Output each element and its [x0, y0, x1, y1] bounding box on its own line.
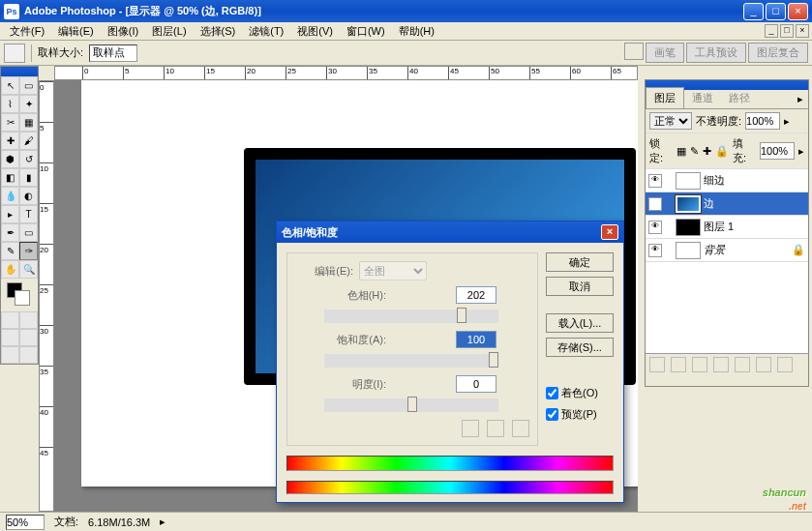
background-color[interactable] — [15, 290, 30, 306]
hue-input[interactable] — [456, 286, 496, 304]
horizontal-ruler[interactable]: 0 5 10 15 20 25 30 35 40 45 50 55 60 65 — [54, 66, 638, 80]
marquee-tool[interactable]: ▭ — [19, 76, 38, 95]
quickmask-mode-button[interactable] — [19, 311, 38, 329]
saturation-slider[interactable] — [324, 354, 498, 368]
close-button[interactable]: × — [788, 3, 808, 20]
color-swatches[interactable] — [5, 282, 34, 308]
screen-mode-3[interactable] — [1, 346, 19, 364]
vertical-ruler[interactable]: 0 5 10 15 20 25 30 35 40 45 — [39, 80, 54, 512]
menu-window[interactable]: 窗口(W) — [340, 22, 392, 41]
layer-name[interactable]: 细边 — [704, 173, 725, 188]
path-tool[interactable]: ▸ — [1, 205, 19, 223]
menu-layer[interactable]: 图层(L) — [145, 22, 193, 41]
shape-tool[interactable]: ▭ — [19, 223, 38, 242]
layer-name[interactable]: 边 — [704, 196, 714, 211]
blur-tool[interactable]: 💧 — [1, 187, 19, 205]
crop-tool[interactable]: ✂ — [1, 113, 19, 132]
palette-well-icon[interactable] — [624, 43, 644, 60]
colorize-checkbox[interactable] — [546, 387, 558, 399]
layer-mask-icon[interactable] — [692, 357, 707, 372]
pen-tool[interactable]: ✒ — [1, 223, 19, 242]
eyedropper-plus-icon[interactable] — [487, 420, 504, 437]
visibility-icon[interactable]: 👁 — [648, 221, 662, 234]
layer-style-icon[interactable] — [671, 357, 686, 372]
brush-tool[interactable]: 🖌 — [19, 132, 38, 150]
move-tool[interactable]: ↖ — [1, 76, 19, 95]
history-brush-tool[interactable]: ↺ — [19, 150, 38, 168]
menu-select[interactable]: 选择(S) — [194, 22, 243, 41]
menu-view[interactable]: 视图(V) — [290, 22, 340, 41]
screen-mode-2[interactable] — [19, 329, 38, 346]
lock-paint-icon[interactable]: ✎ — [690, 145, 699, 158]
menu-file[interactable]: 文件(F) — [3, 22, 51, 41]
visibility-icon[interactable]: 👁 — [648, 197, 662, 211]
jump-to-button[interactable] — [19, 346, 38, 364]
eyedropper-minus-icon[interactable] — [512, 420, 529, 437]
tab-paths[interactable]: 路径 — [721, 88, 758, 108]
menu-edit[interactable]: 编辑(E) — [51, 22, 101, 41]
cancel-button[interactable]: 取消 — [546, 277, 614, 296]
dodge-tool[interactable]: ◐ — [19, 187, 38, 205]
eyedropper-tool[interactable]: ✑ — [19, 242, 38, 260]
gradient-tool[interactable]: ▮ — [19, 168, 38, 187]
fill-input[interactable] — [760, 142, 795, 160]
heal-tool[interactable]: ✚ — [1, 132, 19, 150]
ok-button[interactable]: 确定 — [546, 252, 614, 272]
maximize-button[interactable]: □ — [766, 3, 786, 20]
load-button[interactable]: 载入(L)... — [546, 313, 614, 333]
doc-close-button[interactable]: × — [796, 24, 809, 38]
menu-image[interactable]: 图像(I) — [101, 22, 145, 41]
layer-item[interactable]: 👁 边 — [646, 192, 808, 216]
lightness-input[interactable] — [456, 375, 496, 393]
minimize-button[interactable]: _ — [743, 3, 764, 20]
layer-name[interactable]: 背景 — [704, 243, 725, 257]
delete-layer-icon[interactable] — [777, 357, 793, 372]
current-tool-icon[interactable] — [4, 44, 25, 63]
preview-checkbox[interactable] — [546, 408, 558, 421]
adjustment-layer-icon[interactable] — [735, 357, 750, 372]
lock-transparent-icon[interactable]: ▦ — [677, 145, 686, 158]
slice-tool[interactable]: ▦ — [19, 113, 38, 132]
lightness-slider[interactable] — [324, 398, 498, 412]
status-arrow-icon[interactable]: ▸ — [160, 516, 165, 528]
lock-move-icon[interactable]: ✚ — [703, 145, 711, 158]
hue-slider[interactable] — [324, 310, 498, 323]
layer-item[interactable]: 👁 图层 1 — [646, 216, 808, 239]
blend-mode-select[interactable]: 正常 — [649, 112, 692, 130]
visibility-icon[interactable]: 👁 — [648, 174, 662, 188]
wand-tool[interactable]: ✦ — [19, 95, 38, 113]
zoom-tool[interactable]: 🔍 — [19, 260, 38, 279]
tab-layer-comps[interactable]: 图层复合 — [748, 43, 808, 63]
menu-help[interactable]: 帮助(H) — [392, 22, 441, 41]
new-group-icon[interactable] — [713, 357, 729, 372]
opacity-input[interactable] — [745, 112, 780, 130]
sample-size-input[interactable] — [89, 44, 137, 62]
new-layer-icon[interactable] — [756, 357, 771, 372]
tab-tool-presets[interactable]: 工具预设 — [686, 43, 746, 63]
lock-all-icon[interactable]: 🔒 — [715, 145, 729, 158]
doc-minimize-button[interactable]: _ — [765, 24, 778, 38]
doc-restore-button[interactable]: □ — [780, 24, 794, 38]
opacity-arrow-icon[interactable]: ▸ — [784, 115, 790, 128]
save-button[interactable]: 存储(S)... — [546, 338, 614, 357]
eyedropper-icon[interactable] — [462, 420, 479, 437]
zoom-input[interactable] — [6, 515, 45, 530]
dialog-titlebar[interactable]: 色相/饱和度 × — [277, 221, 623, 243]
layer-thumb[interactable] — [676, 172, 701, 190]
saturation-input[interactable] — [456, 331, 496, 348]
layer-thumb[interactable] — [676, 242, 701, 259]
standard-mode-button[interactable] — [1, 311, 19, 329]
layer-item[interactable]: 👁 背景 🔒 — [646, 239, 808, 262]
lasso-tool[interactable]: ⌇ — [1, 95, 19, 113]
layer-name[interactable]: 图层 1 — [704, 220, 734, 234]
notes-tool[interactable]: ✎ — [1, 242, 19, 260]
layer-thumb[interactable] — [676, 195, 701, 213]
hand-tool[interactable]: ✋ — [1, 260, 19, 279]
eraser-tool[interactable]: ◧ — [1, 168, 19, 187]
stamp-tool[interactable]: ⬢ — [1, 150, 19, 168]
tab-channels[interactable]: 通道 — [684, 88, 721, 108]
dialog-close-button[interactable]: × — [601, 224, 618, 240]
tab-brushes[interactable]: 画笔 — [646, 43, 684, 63]
link-layers-icon[interactable] — [649, 357, 665, 372]
visibility-icon[interactable]: 👁 — [648, 244, 662, 257]
